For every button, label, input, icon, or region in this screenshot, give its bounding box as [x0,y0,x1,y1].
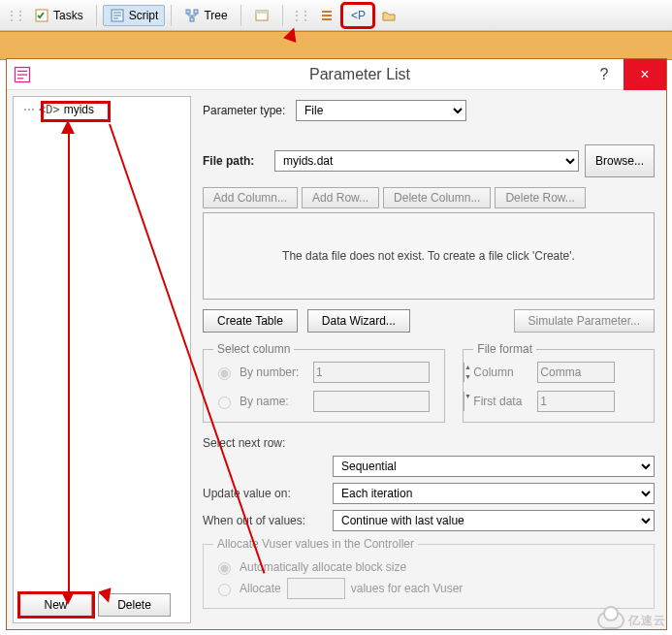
param-type-label: Parameter type: [203,104,290,117]
toolbar-btn-c[interactable] [374,5,403,26]
separator [282,5,283,26]
file-format-fieldset: File format Column ▼ First data ▲▼ [463,342,655,423]
by-name-select[interactable]: ▼ [313,391,430,412]
select-column-legend: Select column [213,342,294,356]
delete-column-button[interactable]: Delete Column... [383,187,491,208]
update-value-select[interactable]: Each iteration [333,483,655,504]
separator [240,5,241,26]
separator [171,5,172,26]
param-icon: <P> [350,8,366,23]
select-column-fieldset: Select column By number: ▲▼ By name: ▼ [203,342,445,423]
column-delim-select[interactable]: ▼ [537,362,615,383]
alloc-manual-label: Allocate [240,582,281,595]
title-bar: Parameter List ? × [7,59,666,90]
first-data-label: First data [473,395,531,408]
svg-rect-2 [186,10,190,14]
close-button[interactable]: × [624,59,666,90]
data-wizard-button[interactable]: Data Wizard... [307,309,410,333]
browse-button[interactable]: Browse... [585,144,655,177]
orange-strip [0,31,672,60]
tree-item-label: myids [64,103,94,116]
svg-text:<P>: <P> [351,9,366,22]
new-button[interactable]: New [19,593,92,617]
param-tag-icon: <D> [39,103,60,116]
file-format-legend: File format [473,342,536,356]
column-delim-label: Column [473,365,531,379]
alloc-count-input[interactable] [287,578,345,599]
tasks-icon [34,8,49,23]
select-next-row-select[interactable]: Sequential [333,456,655,477]
by-name-label: By name: [240,395,307,408]
select-next-row-label: Select next row: [203,436,655,450]
first-data-input[interactable]: ▲▼ [537,391,615,412]
folder-icon [381,8,397,23]
delete-button[interactable]: Delete [98,593,171,617]
by-name-radio[interactable] [218,397,231,409]
file-path-label: File path: [203,154,269,168]
grid-empty-message: The data file does not exist. To create … [282,249,575,263]
alloc-auto-label: Automatically allocate block size [240,560,406,574]
data-grid: The data file does not exist. To create … [203,212,655,300]
out-of-values-select[interactable]: Continue with last value [333,510,655,531]
grip-icon: ⋮⋮ [4,9,25,22]
svg-rect-4 [190,17,194,21]
simulate-parameter-button: Simulate Parameter... [514,309,655,333]
alloc-auto-radio[interactable] [218,562,231,575]
toolbar-btn-a[interactable] [247,5,276,26]
svg-rect-6 [256,11,268,14]
file-path-input[interactable]: myids.dat [274,150,579,172]
by-number-radio[interactable] [218,367,231,380]
help-button[interactable]: ? [585,66,624,83]
by-number-label: By number: [240,365,307,379]
add-column-button[interactable]: Add Column... [203,187,298,208]
watermark: 亿速云 [597,612,666,629]
alloc-manual-radio[interactable] [218,584,231,596]
param-type-select[interactable]: File [296,100,466,121]
window-icon [254,8,270,23]
tree-icon [184,8,200,23]
list-icon [319,8,335,23]
window-title: Parameter List [38,66,585,83]
main-toolbar: ⋮⋮ Tasks Script Tree ⋮⋮ <P> [0,0,672,31]
separator [96,5,97,26]
watermark-text: 亿速云 [628,613,666,629]
tree-item-myids[interactable]: ⋯ <D> myids [14,97,190,122]
alloc-suffix-label: values for each Vuser [351,582,464,595]
svg-rect-3 [194,10,198,14]
tab-script-label: Script [129,9,159,22]
tab-tree[interactable]: Tree [177,5,234,26]
allocate-vuser-fieldset: Allocate Vuser values in the Controller … [203,537,655,609]
window-icon [13,65,32,84]
parameter-list-window: Parameter List ? × ⋯ <D> myids New Delet… [6,58,667,630]
tab-script[interactable]: Script [103,5,166,26]
by-number-input[interactable]: ▲▼ [313,362,430,383]
parameters-tree[interactable]: ⋯ <D> myids New Delete [13,96,191,623]
tab-tasks-label: Tasks [53,9,83,22]
create-table-button[interactable]: Create Table [203,309,298,333]
toolbar-btn-b[interactable] [312,5,341,26]
add-row-button[interactable]: Add Row... [302,187,379,208]
toolbar-btn-param[interactable]: <P> [343,5,372,26]
script-icon [110,8,125,23]
cloud-icon [597,612,624,629]
delete-row-button[interactable]: Delete Row... [495,187,585,208]
out-of-values-label: When out of values: [203,514,329,527]
allocate-legend: Allocate Vuser values in the Controller [213,537,418,551]
grip-icon: ⋮⋮ [289,9,310,22]
update-value-label: Update value on: [203,487,329,500]
parameter-properties: Parameter type: File File path: myids.da… [191,90,666,629]
tab-tree-label: Tree [204,9,227,22]
tab-tasks[interactable]: Tasks [27,5,90,26]
